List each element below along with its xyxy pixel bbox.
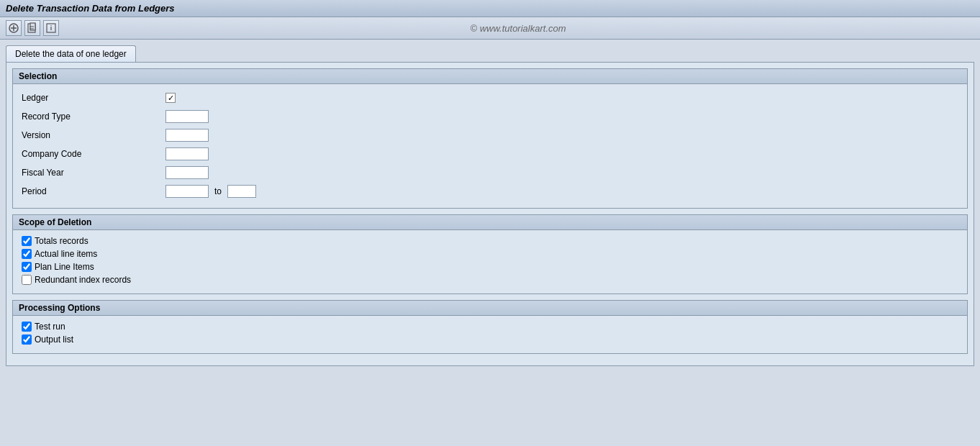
test-run-label: Test run [35, 322, 65, 332]
form-container: Selection Ledger ✓ Record Type Version [6, 62, 974, 366]
actual-line-items-label: Actual line items [35, 249, 97, 259]
tab-strip: Delete the data of one ledger [6, 45, 974, 62]
svg-text:i: i [50, 24, 53, 32]
period-row: Period to [22, 183, 958, 199]
period-to-input[interactable] [227, 185, 256, 198]
output-list-checkbox[interactable] [22, 334, 32, 345]
plan-line-items-row: Plan Line Items [22, 262, 958, 272]
output-list-row: Output list [22, 334, 958, 345]
redundant-index-label: Redundant index records [35, 275, 131, 285]
version-input[interactable] [165, 129, 209, 142]
processing-options-body: Test run Output list [13, 316, 967, 353]
test-run-checkbox[interactable] [22, 322, 32, 332]
fiscal-year-row: Fiscal Year [22, 165, 958, 181]
version-label: Version [22, 130, 165, 140]
selection-section: Selection Ledger ✓ Record Type Version [12, 68, 968, 209]
processing-options-section: Processing Options Test run Output list [12, 300, 968, 354]
scope-deletion-header: Scope of Deletion [13, 215, 967, 230]
actual-line-items-row: Actual line items [22, 249, 958, 259]
record-type-row: Record Type [22, 109, 958, 124]
period-from-input[interactable] [165, 185, 209, 198]
page-title: Delete Transaction Data from Ledgers [6, 3, 974, 14]
record-type-input[interactable] [165, 110, 209, 123]
output-list-label: Output list [35, 334, 73, 345]
totals-records-label: Totals records [35, 236, 89, 246]
company-code-input[interactable] [165, 147, 209, 160]
totals-records-checkbox[interactable] [22, 236, 32, 246]
ledger-checkbox-display: ✓ [165, 93, 176, 103]
toolbar: i © www.tutorialkart.com [0, 17, 980, 40]
toolbar-btn-2[interactable] [24, 20, 40, 36]
title-bar: Delete Transaction Data from Ledgers [0, 0, 980, 17]
actual-line-items-checkbox[interactable] [22, 249, 32, 259]
fiscal-year-input[interactable] [165, 166, 209, 179]
scope-deletion-body: Totals records Actual line items Plan Li… [13, 230, 967, 293]
fiscal-year-label: Fiscal Year [22, 168, 165, 178]
plan-line-items-label: Plan Line Items [35, 262, 94, 272]
redundant-index-checkbox[interactable] [22, 275, 32, 285]
period-label: Period [22, 186, 165, 196]
processing-options-header: Processing Options [13, 301, 967, 316]
totals-records-row: Totals records [22, 236, 958, 246]
period-to-label: to [214, 186, 222, 196]
watermark: © www.tutorialkart.com [62, 23, 974, 34]
toolbar-btn-1[interactable] [6, 20, 22, 36]
selection-header: Selection [13, 69, 967, 84]
version-row: Version [22, 127, 958, 143]
main-content: Delete the data of one ledger Selection … [0, 40, 980, 372]
redundant-index-row: Redundant index records [22, 275, 958, 285]
scope-deletion-section: Scope of Deletion Totals records Actual … [12, 214, 968, 294]
selection-body: Ledger ✓ Record Type Version Company Cod… [13, 84, 967, 208]
plan-line-items-checkbox[interactable] [22, 262, 32, 272]
test-run-row: Test run [22, 322, 958, 332]
record-type-label: Record Type [22, 112, 165, 122]
ledger-label: Ledger [22, 93, 165, 103]
tab-delete-one-ledger[interactable]: Delete the data of one ledger [6, 45, 136, 62]
company-code-label: Company Code [22, 149, 165, 159]
ledger-row: Ledger ✓ [22, 90, 958, 106]
toolbar-btn-info[interactable]: i [43, 20, 59, 36]
company-code-row: Company Code [22, 146, 958, 162]
